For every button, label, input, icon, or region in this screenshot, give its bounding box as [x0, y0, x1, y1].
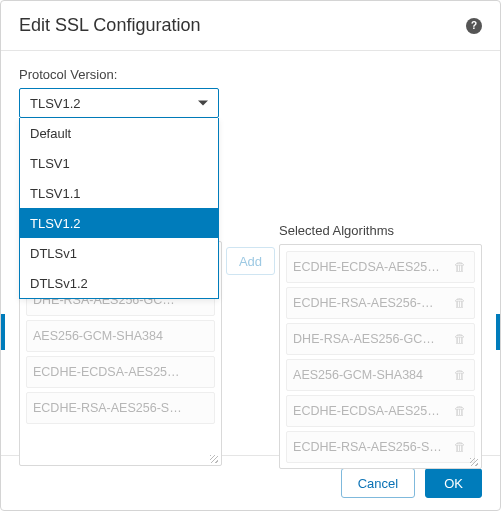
list-item[interactable]: ECDHE-ECDSA-AES256-...	[26, 356, 215, 388]
list-item[interactable]: ECDHE-RSA-AES256-GC...🗑	[286, 287, 475, 319]
dialog-content: Protocol Version: TLSV1.2 Default TLSV1 …	[1, 51, 500, 455]
help-icon[interactable]: ?	[466, 18, 482, 34]
add-button[interactable]: Add	[226, 247, 275, 275]
trash-icon[interactable]: 🗑	[454, 296, 468, 310]
trash-icon[interactable]: 🗑	[454, 368, 468, 382]
protocol-version-label: Protocol Version:	[19, 67, 482, 82]
selected-algorithms-list[interactable]: ECDHE-ECDSA-AES256-...🗑 ECDHE-RSA-AES256…	[279, 244, 482, 469]
protocol-version-dropdown: Default TLSV1 TLSV1.1 TLSV1.2 DTLSv1 DTL…	[19, 118, 219, 299]
dialog-title: Edit SSL Configuration	[19, 15, 200, 36]
ssl-config-dialog: Edit SSL Configuration ? Protocol Versio…	[0, 0, 501, 511]
list-item[interactable]: ECDHE-RSA-AES256-SH...	[26, 392, 215, 424]
middle-controls: Add	[222, 241, 279, 469]
list-item[interactable]: ECDHE-ECDSA-AES256-...🗑	[286, 251, 475, 283]
list-item[interactable]: ECDHE-ECDSA-AES256-...🗑	[286, 395, 475, 427]
option-tlsv1-1[interactable]: TLSV1.1	[20, 178, 218, 208]
option-tlsv1-2[interactable]: TLSV1.2	[20, 208, 218, 238]
trash-icon[interactable]: 🗑	[454, 440, 468, 454]
option-tlsv1[interactable]: TLSV1	[20, 148, 218, 178]
resize-handle-icon[interactable]	[468, 456, 478, 466]
list-item[interactable]: AES256-GCM-SHA384	[26, 320, 215, 352]
option-dtlsv1-2[interactable]: DTLSv1.2	[20, 268, 218, 298]
chevron-down-icon	[198, 101, 208, 106]
selected-column: Selected Algorithms ECDHE-ECDSA-AES256-.…	[279, 241, 482, 469]
resize-handle-icon[interactable]	[208, 453, 218, 463]
dialog-titlebar: Edit SSL Configuration ?	[1, 1, 500, 51]
list-item[interactable]: AES256-GCM-SHA384🗑	[286, 359, 475, 391]
ok-button[interactable]: OK	[425, 468, 482, 498]
option-default[interactable]: Default	[20, 118, 218, 148]
selected-algorithms-label: Selected Algorithms	[279, 223, 482, 238]
option-dtlsv1[interactable]: DTLSv1	[20, 238, 218, 268]
list-item[interactable]: ECDHE-RSA-AES256-SH...🗑	[286, 431, 475, 463]
protocol-version-select[interactable]: TLSV1.2	[19, 88, 219, 118]
trash-icon[interactable]: 🗑	[454, 404, 468, 418]
cancel-button[interactable]: Cancel	[341, 468, 415, 498]
trash-icon[interactable]: 🗑	[454, 332, 468, 346]
list-item[interactable]: DHE-RSA-AES256-GCM-...🗑	[286, 323, 475, 355]
select-value: TLSV1.2	[30, 96, 81, 111]
trash-icon[interactable]: 🗑	[454, 260, 468, 274]
